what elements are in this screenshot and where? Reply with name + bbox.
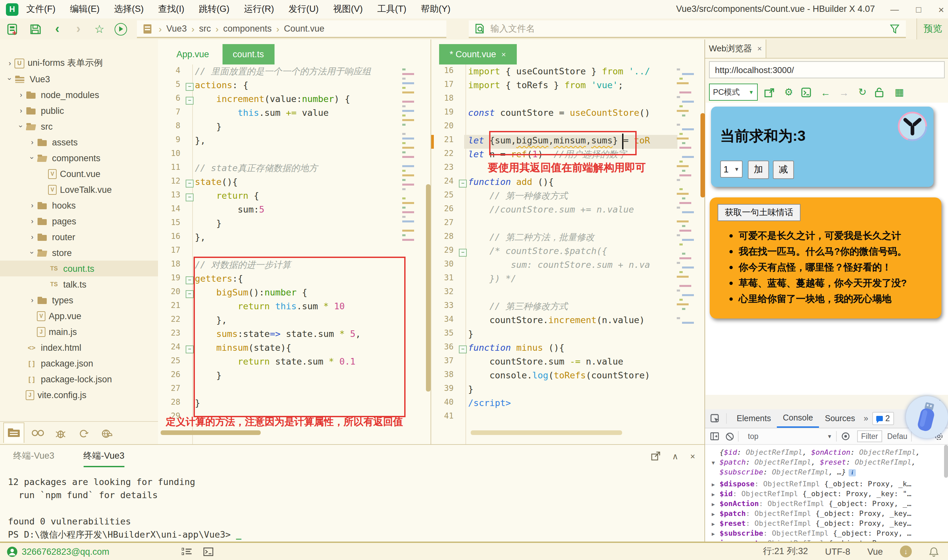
fold-marker-icon[interactable]: − [184,176,195,190]
chevron-expanded-icon[interactable]: › [28,248,36,257]
browser-refresh-icon[interactable]: ↻ [857,86,868,98]
breadcrumb-item[interactable]: components [223,24,271,34]
search-input[interactable] [489,23,890,34]
fold-marker-icon[interactable]: − [458,245,468,259]
inspect-element-icon[interactable] [711,414,720,423]
debug-view-icon[interactable] [51,424,71,443]
eye-icon[interactable] [841,432,851,440]
tab-close-icon[interactable]: × [501,50,506,59]
clear-console-icon[interactable] [726,432,734,440]
menu-item[interactable]: 文件(F) [26,3,55,15]
settings-gear-icon[interactable]: ⚙ [783,86,795,98]
encoding-indicator[interactable]: UTF-8 [825,546,850,556]
chevron-collapsed-icon[interactable]: › [17,91,26,99]
line-col-indicator[interactable]: 行:21 列:32 [763,546,808,557]
editor-tab-Count.vue[interactable]: * Count.vue× [439,44,516,65]
console-scrollbar[interactable] [944,445,948,478]
info-icon[interactable]: i [849,469,856,477]
editor-tab-App.vue[interactable]: App.vue [166,44,220,65]
web-view-icon[interactable] [97,424,117,443]
filter-input[interactable]: Filter [857,430,882,442]
device-mode-select[interactable]: PC模式▼ [709,83,758,101]
tree-item-vite.config.js[interactable]: Jvite.config.js [0,387,158,403]
console-entry[interactable]: ▶$subscribe: ObjectRefImpl {_object: Pro… [712,528,948,538]
browser-tab[interactable]: Web浏览器 × [705,40,766,58]
menu-item[interactable]: 帮助(Y) [421,3,451,15]
files-view-icon[interactable] [3,423,25,443]
tree-item-public[interactable]: ›public [0,103,158,118]
console-entry[interactable]: ▶$patch: ObjectRefImpl {_object: Proxy, … [712,509,948,518]
minimize-button[interactable]: — [890,4,899,14]
save-icon[interactable] [28,22,42,36]
outline-icon[interactable] [182,547,191,556]
breadcrumb-item[interactable]: Count.vue [284,24,325,34]
open-external-icon[interactable] [764,87,776,97]
chevron-collapsed-icon[interactable]: › [28,217,37,225]
minus-button[interactable]: 减 [773,160,794,179]
account-email[interactable]: 3266762823@qq.com [22,546,109,556]
fold-marker-icon[interactable]: − [458,176,468,190]
notification-bell-icon[interactable] [929,546,939,556]
console-icon[interactable] [801,87,813,97]
devtools-tab-sources[interactable]: Sources [819,409,861,428]
favorite-star-icon[interactable]: ☆ [92,22,106,36]
language-indicator[interactable]: Vue [867,546,883,556]
chevron-collapsed-icon[interactable]: › [28,202,37,209]
minimap-right[interactable] [677,67,699,350]
breadcrumb-item[interactable]: src [199,24,211,34]
close-button[interactable]: × [938,4,944,15]
tree-item-router[interactable]: ›router [0,229,158,245]
tree-item-Count.vue[interactable]: VCount.vue [0,166,158,182]
navigate-forward-icon[interactable]: › [71,22,86,36]
tree-item-types[interactable]: ›types [0,292,158,308]
fold-marker-icon[interactable]: − [184,190,195,204]
preview-button[interactable]: 预览 [916,18,948,40]
fold-marker-icon[interactable]: − [184,80,195,94]
search-view-icon[interactable] [28,424,48,443]
chevron-expanded-icon[interactable]: › [17,122,25,131]
expand-triangle-icon[interactable]: ▶ [712,480,720,489]
menu-item[interactable]: 发行(U) [289,3,319,15]
terminal-close-icon[interactable]: × [690,451,695,461]
devtools-tab-console[interactable]: Console [777,409,819,428]
chevron-expanded-icon[interactable]: › [28,153,36,163]
log-levels-select[interactable]: Defau [887,432,907,440]
console-entry[interactable]: ▶$dispose: ObjectRefImpl {_object: Proxy… [712,479,948,489]
run-icon[interactable] [113,22,128,36]
tree-item-assets[interactable]: ›assets [0,134,158,150]
fold-marker-icon[interactable]: − [184,94,195,107]
tree-item-src[interactable]: ›src [0,118,158,134]
get-talk-button[interactable]: 获取一句土味情话 [718,204,800,221]
browser-back-icon[interactable]: ← [820,86,831,98]
hscrollbar-right-editor[interactable] [471,430,622,435]
terminal-status-icon[interactable] [203,547,213,556]
chevron-expanded-icon[interactable]: › [6,74,14,83]
sync-view-icon[interactable] [74,424,94,443]
menu-item[interactable]: 运行(R) [244,3,274,15]
terminal-tab[interactable]: 终端-Vue3 [13,450,54,467]
tree-item-main.js[interactable]: Jmain.js [0,324,158,340]
maximize-button[interactable]: □ [916,4,921,14]
tree-item-talk.ts[interactable]: TStalk.ts [0,276,158,292]
scrollbar-left-editor[interactable] [426,184,430,392]
tree-item-uni-forms-[interactable]: ›Uuni-forms 表单示例 [0,55,158,71]
menu-item[interactable]: 编辑(E) [70,3,100,15]
tree-item-hooks[interactable]: ›hooks [0,197,158,213]
menu-item[interactable]: 选择(S) [114,3,144,15]
terminal-tab[interactable]: 终端-Vue3 [83,450,125,467]
browser-forward-icon[interactable]: → [838,86,850,98]
lock-icon[interactable] [875,87,887,97]
chevron-collapsed-icon[interactable]: › [28,138,37,146]
expand-triangle-icon[interactable]: ▶ [712,489,720,499]
tree-item-Vue3[interactable]: ›Vue3 [0,71,158,87]
menu-item[interactable]: 工具(T) [377,3,407,15]
terminal-collapse-icon[interactable]: ∧ [672,451,678,461]
tree-item-pages[interactable]: ›pages [0,213,158,229]
tree-item-components[interactable]: ›components [0,150,158,166]
chevron-collapsed-icon[interactable]: › [17,107,26,114]
expand-triangle-icon[interactable]: ▶ [712,529,720,538]
context-select[interactable]: top ▼ [748,432,832,440]
chevron-collapsed-icon[interactable]: › [5,59,14,67]
terminal-export-icon[interactable] [651,451,660,461]
console-entry[interactable]: ▶$reset: ObjectRefImpl {_object: Proxy, … [712,518,948,528]
